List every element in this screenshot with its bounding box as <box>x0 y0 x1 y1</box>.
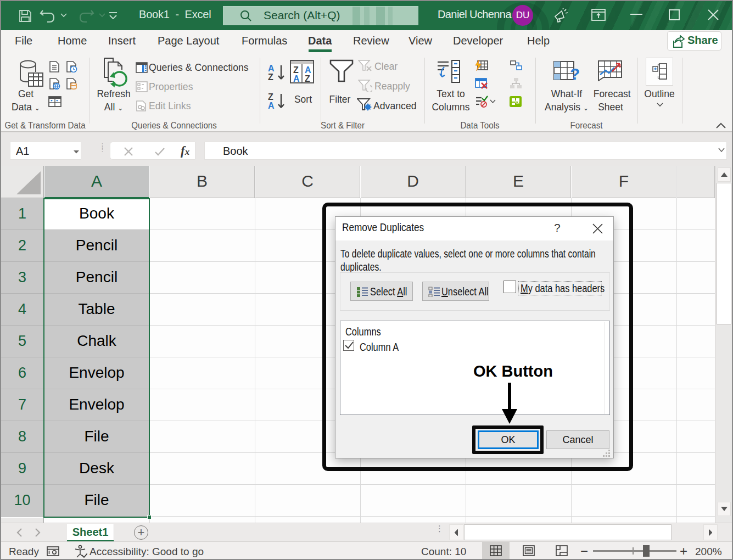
svg-text:A: A <box>305 65 311 75</box>
svg-text:A: A <box>268 64 275 73</box>
svg-text:A: A <box>268 101 275 110</box>
svg-text:?: ? <box>570 65 580 83</box>
svg-text:Z: Z <box>268 72 273 82</box>
svg-text:Z: Z <box>305 74 310 83</box>
svg-text:Z: Z <box>268 93 273 102</box>
svg-text:Z: Z <box>293 65 299 75</box>
svg-text:A: A <box>293 74 300 83</box>
